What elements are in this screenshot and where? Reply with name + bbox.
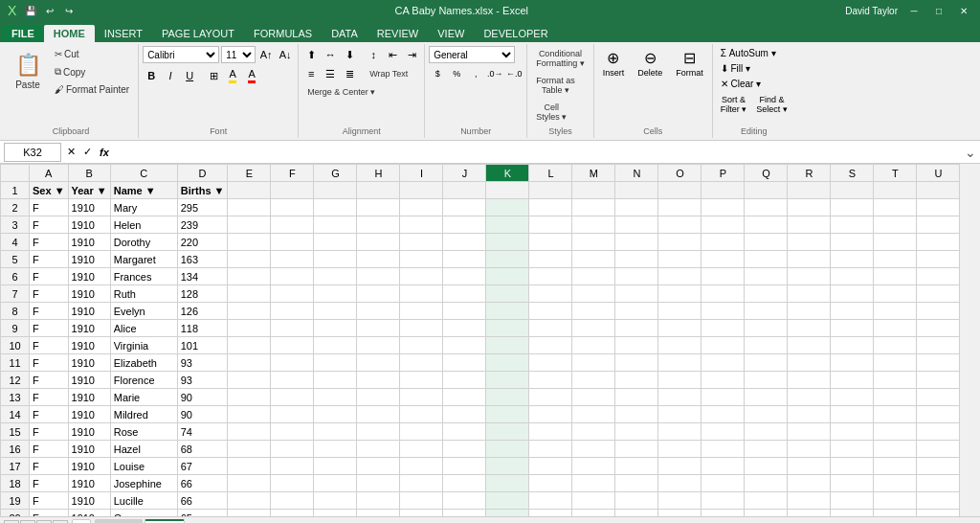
table-cell[interactable] xyxy=(745,423,788,441)
table-cell[interactable] xyxy=(271,216,314,234)
table-cell[interactable] xyxy=(228,389,271,406)
col-header-d[interactable]: D xyxy=(177,165,228,182)
col-header-t[interactable]: T xyxy=(874,165,917,182)
table-cell[interactable] xyxy=(831,475,874,492)
table-cell[interactable] xyxy=(788,389,831,406)
table-cell[interactable] xyxy=(615,423,658,441)
table-cell[interactable]: F xyxy=(30,354,69,372)
table-cell[interactable]: Margaret xyxy=(110,251,177,268)
table-cell[interactable] xyxy=(529,458,572,475)
table-cell[interactable] xyxy=(400,303,443,320)
table-cell[interactable] xyxy=(314,268,357,285)
table-cell[interactable] xyxy=(745,475,788,492)
table-cell[interactable] xyxy=(357,285,400,303)
comma-button[interactable]: , xyxy=(467,65,484,82)
table-cell[interactable] xyxy=(702,510,745,517)
name-box[interactable] xyxy=(4,143,61,162)
table-cell[interactable] xyxy=(917,320,960,337)
table-cell[interactable] xyxy=(572,234,615,251)
table-cell[interactable] xyxy=(788,268,831,285)
table-cell[interactable] xyxy=(228,423,271,441)
table-cell[interactable]: 1910 xyxy=(68,372,110,389)
table-cell[interactable] xyxy=(486,423,529,441)
table-cell[interactable] xyxy=(271,441,314,458)
accounting-button[interactable]: $ xyxy=(429,65,446,82)
table-cell[interactable] xyxy=(917,251,960,268)
table-cell[interactable] xyxy=(831,354,874,372)
table-cell[interactable] xyxy=(486,510,529,517)
table-cell[interactable]: Marie xyxy=(110,389,177,406)
table-cell[interactable] xyxy=(443,285,486,303)
underline-button[interactable]: U xyxy=(181,67,198,84)
table-cell[interactable] xyxy=(486,303,529,320)
table-cell[interactable] xyxy=(874,492,917,510)
table-cell[interactable] xyxy=(228,354,271,372)
table-cell[interactable] xyxy=(443,423,486,441)
table-cell[interactable] xyxy=(917,389,960,406)
table-cell[interactable] xyxy=(874,406,917,423)
table-cell[interactable] xyxy=(745,389,788,406)
table-cell[interactable] xyxy=(615,337,658,354)
table-cell[interactable] xyxy=(443,216,486,234)
table-cell[interactable] xyxy=(400,320,443,337)
table-cell[interactable]: Josephine xyxy=(110,475,177,492)
table-cell[interactable]: 65 xyxy=(177,510,228,517)
table-cell[interactable] xyxy=(400,372,443,389)
table-cell[interactable] xyxy=(228,337,271,354)
table-cell[interactable] xyxy=(658,216,702,234)
table-cell[interactable] xyxy=(228,216,271,234)
table-cell[interactable] xyxy=(572,268,615,285)
table-cell[interactable] xyxy=(357,354,400,372)
table-cell[interactable] xyxy=(314,182,357,199)
table-cell[interactable] xyxy=(658,199,702,216)
table-cell[interactable] xyxy=(745,372,788,389)
table-cell[interactable] xyxy=(831,458,874,475)
table-cell[interactable] xyxy=(443,354,486,372)
table-cell[interactable]: F xyxy=(30,199,69,216)
table-cell[interactable] xyxy=(745,354,788,372)
table-cell[interactable] xyxy=(658,354,702,372)
table-cell[interactable] xyxy=(831,303,874,320)
table-cell[interactable] xyxy=(917,268,960,285)
table-cell[interactable] xyxy=(874,268,917,285)
table-cell[interactable] xyxy=(572,441,615,458)
table-cell[interactable] xyxy=(831,372,874,389)
table-cell[interactable] xyxy=(874,423,917,441)
table-cell[interactable] xyxy=(271,182,314,199)
table-cell[interactable] xyxy=(486,406,529,423)
col-header-n[interactable]: N xyxy=(615,165,658,182)
table-cell[interactable] xyxy=(788,510,831,517)
table-cell[interactable] xyxy=(831,234,874,251)
table-cell[interactable] xyxy=(917,216,960,234)
table-cell[interactable] xyxy=(486,199,529,216)
table-cell[interactable]: 67 xyxy=(177,458,228,475)
tab-data[interactable]: DATA xyxy=(322,25,368,42)
table-cell[interactable]: 1910 xyxy=(68,234,110,251)
tab-review[interactable]: REVIEW xyxy=(368,25,428,42)
table-cell[interactable] xyxy=(615,475,658,492)
col-header-q[interactable]: Q xyxy=(745,165,788,182)
table-cell[interactable] xyxy=(357,406,400,423)
table-cell[interactable] xyxy=(443,320,486,337)
table-cell[interactable] xyxy=(443,372,486,389)
percent-button[interactable]: % xyxy=(448,65,465,82)
undo-button[interactable]: ↩ xyxy=(41,3,58,18)
table-cell[interactable]: F xyxy=(30,303,69,320)
table-cell[interactable] xyxy=(874,510,917,517)
table-cell[interactable] xyxy=(788,475,831,492)
table-cell[interactable] xyxy=(357,389,400,406)
table-cell[interactable]: Mary xyxy=(110,199,177,216)
table-cell[interactable] xyxy=(400,510,443,517)
tab-page-layout[interactable]: PAGE LAYOUT xyxy=(152,25,244,42)
table-cell[interactable] xyxy=(443,251,486,268)
fill-color-button[interactable]: A xyxy=(224,67,241,84)
table-cell[interactable] xyxy=(400,475,443,492)
col-header-b[interactable]: B xyxy=(68,165,110,182)
table-cell[interactable] xyxy=(831,441,874,458)
table-cell[interactable] xyxy=(228,510,271,517)
table-cell[interactable] xyxy=(658,372,702,389)
table-cell[interactable] xyxy=(615,234,658,251)
add-sheet-button[interactable]: + xyxy=(72,519,91,524)
table-cell[interactable] xyxy=(400,216,443,234)
table-cell[interactable] xyxy=(271,268,314,285)
